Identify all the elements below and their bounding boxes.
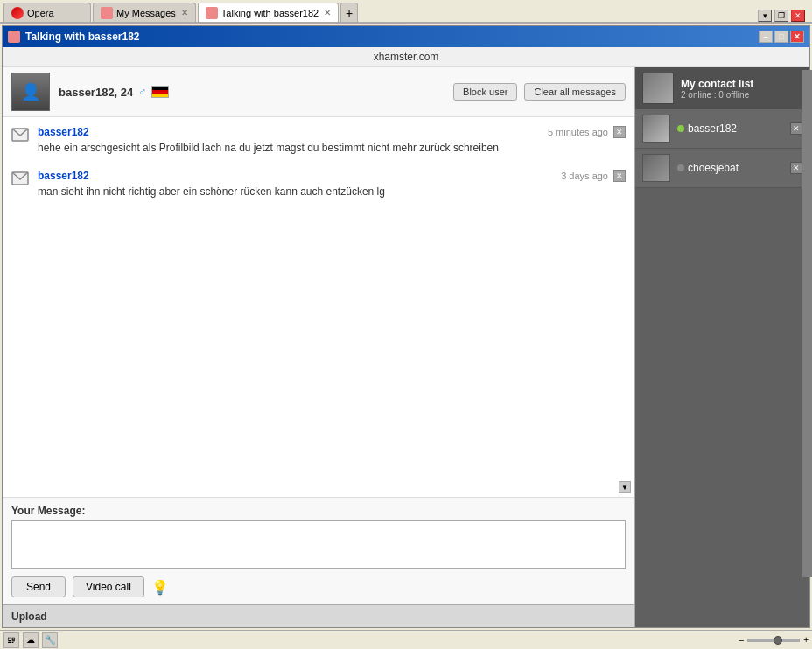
browser-minimize[interactable]: ▾ [758, 10, 772, 22]
site-domain: xhamster.com [374, 51, 439, 63]
offline-status-dot [677, 164, 684, 171]
status-bar: 🖳 ☁ 🔧 – + [0, 630, 812, 649]
send-button[interactable]: Send [11, 576, 66, 597]
contact-scrollbar[interactable] [802, 70, 812, 577]
add-tab-button[interactable]: + [340, 3, 358, 22]
browser-frame: Opera My Messages ✕ Talking with basser1… [0, 0, 812, 649]
cloud-icon-btn[interactable]: ☁ [23, 632, 38, 648]
upload-label: Upload [11, 611, 47, 623]
user-info: basser182, 24 ♂ [59, 86, 453, 99]
user-name: basser182, 24 [59, 86, 133, 99]
screen-icon-btn[interactable]: 🖳 [4, 632, 19, 648]
message-compose: Your Message: Send Video call 💡 [3, 497, 634, 604]
message-text: hehe ein arschgesicht als Profilbild lac… [38, 141, 626, 156]
tab-talking[interactable]: Talking with basser182 ✕ [198, 3, 339, 22]
message-text: man sieht ihn nicht richtig aber ein sch… [38, 185, 626, 199]
zoom-control: – + [739, 635, 808, 645]
messages-tab-icon [101, 7, 113, 19]
contact-list-info: My contact list 2 online : 0 offline [681, 78, 802, 100]
message-sender[interactable]: basser182 [38, 126, 89, 138]
message-header: basser182 5 minutes ago ✕ [38, 126, 626, 138]
country-flag [151, 86, 169, 98]
avatar: 👤 [11, 73, 50, 111]
tab-my-messages-label: My Messages [116, 8, 176, 18]
scroll-down-indicator[interactable]: ▼ [619, 481, 631, 493]
compose-actions: Send Video call 💡 [11, 576, 626, 597]
message-content: basser182 5 minutes ago ✕ hehe ein arsch… [38, 126, 626, 156]
upload-bar: Upload [3, 604, 634, 627]
zoom-slider[interactable] [747, 639, 800, 642]
message-sender[interactable]: basser182 [38, 170, 89, 182]
contact-name: basser182 [688, 122, 790, 135]
chat-actions: Block user Clear all messages [453, 83, 626, 101]
browser-restore[interactable]: ❐ [774, 10, 788, 22]
tab-talking-label: Talking with basser182 [221, 8, 318, 18]
block-user-button[interactable]: Block user [453, 83, 517, 101]
talking-tab-icon [206, 7, 218, 19]
delete-message-button[interactable]: ✕ [613, 126, 626, 138]
remove-contact-button[interactable]: ✕ [790, 122, 802, 135]
window-maximize-btn[interactable]: □ [774, 31, 788, 43]
message-meta: 5 minutes ago ✕ [548, 126, 626, 138]
message-content: basser182 3 days ago ✕ man sieht ihn nic… [38, 170, 626, 199]
contact-list-header: My contact list 2 online : 0 offline [635, 67, 809, 109]
chat-header: 👤 basser182, 24 ♂ Block user [3, 67, 634, 117]
message-meta: 3 days ago ✕ [561, 170, 626, 182]
envelope-icon [11, 128, 29, 142]
message-timestamp: 3 days ago [561, 171, 608, 181]
lightbulb-icon: 💡 [151, 579, 169, 596]
settings-icon-btn[interactable]: 🔧 [42, 632, 58, 648]
user-name-row: basser182, 24 ♂ [59, 86, 453, 99]
contact-item-choesjebat[interactable]: choesjebat ✕ [635, 149, 809, 188]
contact-sidebar: My contact list 2 online : 0 offline bas… [634, 67, 809, 627]
tab-talking-close[interactable]: ✕ [324, 8, 331, 17]
clear-messages-button[interactable]: Clear all messages [524, 83, 626, 101]
titlebar-controls: – □ ✕ [759, 31, 804, 43]
tab-opera-label: Opera [27, 8, 54, 18]
browser-close[interactable]: ✕ [791, 10, 805, 22]
window-minimize-btn[interactable]: – [759, 31, 773, 43]
contact-avatar-choesjebat [642, 154, 670, 182]
opera-icon [11, 7, 24, 19]
delete-message-button[interactable]: ✕ [613, 170, 626, 182]
contact-list-title: My contact list [681, 78, 802, 90]
window-titlebar: Talking with basser182 – □ ✕ [3, 26, 809, 47]
compose-label: Your Message: [11, 505, 626, 517]
remove-contact-button[interactable]: ✕ [790, 162, 802, 174]
videocall-button[interactable]: Video call [73, 576, 144, 597]
messages-area[interactable]: basser182 5 minutes ago ✕ hehe ein arsch… [3, 117, 634, 497]
tab-bar: Opera My Messages ✕ Talking with basser1… [0, 0, 812, 22]
chat-main: 👤 basser182, 24 ♂ Block user [3, 67, 634, 627]
browser-content: Talking with basser182 – □ ✕ xhamster.co… [0, 24, 812, 649]
envelope-icon [11, 171, 29, 185]
contact-list-status: 2 online : 0 offline [681, 90, 802, 100]
zoom-out-icon[interactable]: – [739, 635, 745, 645]
tab-my-messages-close[interactable]: ✕ [181, 8, 188, 17]
chat-layout: 👤 basser182, 24 ♂ Block user [3, 67, 809, 627]
online-status-dot [677, 125, 684, 132]
gender-icon: ♂ [138, 86, 146, 98]
contact-list-avatar [642, 73, 674, 104]
contact-item-basser182[interactable]: basser182 ✕ [635, 109, 809, 149]
window-close-btn[interactable]: ✕ [790, 31, 804, 43]
contact-avatar-basser182 [642, 115, 670, 143]
contact-name: choesjebat [688, 162, 790, 174]
tab-opera[interactable]: Opera [4, 3, 91, 22]
message-item: basser182 5 minutes ago ✕ hehe ein arsch… [11, 126, 626, 156]
inner-window: Talking with basser182 – □ ✕ xhamster.co… [2, 25, 810, 628]
status-icons-left: 🖳 ☁ 🔧 [4, 632, 58, 648]
window-title: Talking with basser182 [25, 31, 140, 43]
avatar-icon: 👤 [21, 82, 40, 101]
site-header: xhamster.com [3, 47, 809, 67]
browser-top: Opera My Messages ✕ Talking with basser1… [0, 0, 812, 24]
tab-my-messages[interactable]: My Messages ✕ [93, 3, 196, 22]
message-item: basser182 3 days ago ✕ man sieht ihn nic… [11, 170, 626, 199]
contact-name-row: basser182 [677, 122, 790, 135]
compose-textarea[interactable] [11, 520, 626, 569]
message-header: basser182 3 days ago ✕ [38, 170, 626, 182]
message-timestamp: 5 minutes ago [548, 127, 608, 137]
zoom-in-icon[interactable]: + [803, 635, 808, 645]
contact-name-row: choesjebat [677, 162, 790, 174]
window-icon [8, 31, 20, 43]
